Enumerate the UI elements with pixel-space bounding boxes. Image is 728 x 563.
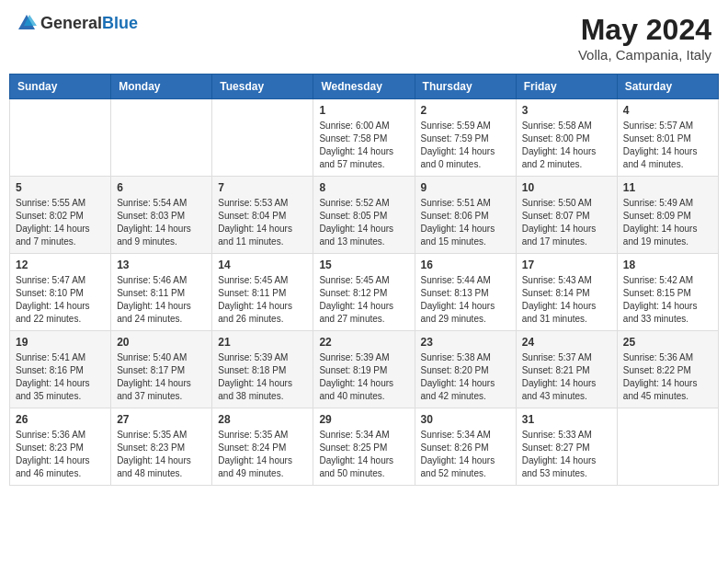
cell-info: Sunrise: 5:38 AMSunset: 8:20 PMDaylight:… bbox=[421, 352, 495, 401]
logo-icon bbox=[17, 13, 37, 33]
calendar-cell bbox=[212, 99, 313, 177]
calendar-week-2: 5Sunrise: 5:55 AMSunset: 8:02 PMDaylight… bbox=[10, 177, 719, 254]
day-number: 11 bbox=[623, 181, 712, 194]
title-area: May 2024 Volla, Campania, Italy bbox=[578, 13, 711, 63]
day-header-wednesday: Wednesday bbox=[313, 75, 415, 99]
cell-info: Sunrise: 5:34 AMSunset: 8:25 PMDaylight:… bbox=[319, 430, 393, 478]
day-number: 14 bbox=[218, 259, 307, 271]
day-number: 13 bbox=[117, 259, 206, 271]
cell-info: Sunrise: 5:39 AMSunset: 8:19 PMDaylight:… bbox=[319, 352, 393, 401]
day-number: 15 bbox=[319, 259, 408, 271]
day-number: 21 bbox=[218, 336, 307, 349]
day-number: 23 bbox=[421, 336, 510, 349]
day-number: 19 bbox=[16, 336, 105, 349]
calendar-cell: 14Sunrise: 5:45 AMSunset: 8:11 PMDayligh… bbox=[212, 254, 313, 331]
calendar-cell bbox=[617, 408, 718, 486]
calendar-cell: 20Sunrise: 5:40 AMSunset: 8:17 PMDayligh… bbox=[111, 331, 212, 408]
calendar-table: SundayMondayTuesdayWednesdayThursdayFrid… bbox=[9, 74, 719, 486]
calendar-cell: 8Sunrise: 5:52 AMSunset: 8:05 PMDaylight… bbox=[313, 177, 415, 254]
cell-info: Sunrise: 5:53 AMSunset: 8:04 PMDaylight:… bbox=[218, 198, 292, 247]
cell-info: Sunrise: 5:43 AMSunset: 8:14 PMDaylight:… bbox=[522, 275, 597, 324]
cell-info: Sunrise: 5:39 AMSunset: 8:18 PMDaylight:… bbox=[218, 352, 292, 401]
day-header-sunday: Sunday bbox=[10, 75, 111, 99]
calendar-cell: 6Sunrise: 5:54 AMSunset: 8:03 PMDaylight… bbox=[111, 177, 212, 254]
logo-general-text: GeneralBlue bbox=[40, 14, 138, 33]
day-number: 2 bbox=[421, 104, 510, 117]
calendar-cell: 19Sunrise: 5:41 AMSunset: 8:16 PMDayligh… bbox=[10, 331, 111, 408]
calendar-cell: 10Sunrise: 5:50 AMSunset: 8:07 PMDayligh… bbox=[516, 177, 617, 254]
day-number: 25 bbox=[623, 336, 712, 349]
logo: GeneralBlue bbox=[17, 13, 138, 33]
header: GeneralBlue May 2024 Volla, Campania, It… bbox=[9, 9, 719, 66]
calendar-cell: 25Sunrise: 5:36 AMSunset: 8:22 PMDayligh… bbox=[617, 331, 718, 408]
cell-info: Sunrise: 5:54 AMSunset: 8:03 PMDaylight:… bbox=[117, 198, 191, 247]
cell-info: Sunrise: 6:00 AMSunset: 7:58 PMDaylight:… bbox=[319, 121, 393, 169]
calendar-week-3: 12Sunrise: 5:47 AMSunset: 8:10 PMDayligh… bbox=[10, 254, 719, 331]
cell-info: Sunrise: 5:36 AMSunset: 8:22 PMDaylight:… bbox=[623, 352, 698, 401]
cell-info: Sunrise: 5:44 AMSunset: 8:13 PMDaylight:… bbox=[421, 275, 495, 324]
cell-info: Sunrise: 5:58 AMSunset: 8:00 PMDaylight:… bbox=[522, 121, 597, 169]
cell-info: Sunrise: 5:40 AMSunset: 8:17 PMDaylight:… bbox=[117, 352, 191, 401]
calendar-cell: 23Sunrise: 5:38 AMSunset: 8:20 PMDayligh… bbox=[415, 331, 516, 408]
cell-info: Sunrise: 5:45 AMSunset: 8:12 PMDaylight:… bbox=[319, 275, 393, 324]
calendar-cell: 4Sunrise: 5:57 AMSunset: 8:01 PMDaylight… bbox=[617, 99, 718, 177]
calendar-cell: 28Sunrise: 5:35 AMSunset: 8:24 PMDayligh… bbox=[212, 408, 313, 486]
month-title: May 2024 bbox=[578, 13, 711, 47]
calendar-cell: 31Sunrise: 5:33 AMSunset: 8:27 PMDayligh… bbox=[516, 408, 617, 486]
calendar-week-1: 1Sunrise: 6:00 AMSunset: 7:58 PMDaylight… bbox=[10, 99, 719, 177]
cell-info: Sunrise: 5:33 AMSunset: 8:27 PMDaylight:… bbox=[522, 430, 597, 478]
cell-info: Sunrise: 5:36 AMSunset: 8:23 PMDaylight:… bbox=[16, 430, 90, 478]
cell-info: Sunrise: 5:45 AMSunset: 8:11 PMDaylight:… bbox=[218, 275, 292, 324]
day-number: 26 bbox=[16, 413, 105, 426]
calendar-cell: 21Sunrise: 5:39 AMSunset: 8:18 PMDayligh… bbox=[212, 331, 313, 408]
calendar-cell: 13Sunrise: 5:46 AMSunset: 8:11 PMDayligh… bbox=[111, 254, 212, 331]
cell-info: Sunrise: 5:46 AMSunset: 8:11 PMDaylight:… bbox=[117, 275, 191, 324]
day-number: 27 bbox=[117, 413, 206, 426]
location-title: Volla, Campania, Italy bbox=[578, 47, 711, 63]
calendar-week-4: 19Sunrise: 5:41 AMSunset: 8:16 PMDayligh… bbox=[10, 331, 719, 408]
day-number: 20 bbox=[117, 336, 206, 349]
day-number: 31 bbox=[522, 413, 611, 426]
cell-info: Sunrise: 5:37 AMSunset: 8:21 PMDaylight:… bbox=[522, 352, 597, 401]
calendar-cell: 18Sunrise: 5:42 AMSunset: 8:15 PMDayligh… bbox=[617, 254, 718, 331]
day-number: 16 bbox=[421, 259, 510, 271]
day-number: 22 bbox=[319, 336, 408, 349]
cell-info: Sunrise: 5:35 AMSunset: 8:23 PMDaylight:… bbox=[117, 430, 191, 478]
cell-info: Sunrise: 5:57 AMSunset: 8:01 PMDaylight:… bbox=[623, 121, 698, 169]
calendar-cell: 12Sunrise: 5:47 AMSunset: 8:10 PMDayligh… bbox=[10, 254, 111, 331]
day-number: 4 bbox=[623, 104, 712, 117]
cell-info: Sunrise: 5:47 AMSunset: 8:10 PMDaylight:… bbox=[16, 275, 90, 324]
cell-info: Sunrise: 5:42 AMSunset: 8:15 PMDaylight:… bbox=[623, 275, 698, 324]
day-header-tuesday: Tuesday bbox=[212, 75, 313, 99]
calendar-cell: 1Sunrise: 6:00 AMSunset: 7:58 PMDaylight… bbox=[313, 99, 415, 177]
day-number: 5 bbox=[16, 181, 105, 194]
day-number: 1 bbox=[319, 104, 408, 117]
calendar-week-5: 26Sunrise: 5:36 AMSunset: 8:23 PMDayligh… bbox=[10, 408, 719, 486]
calendar-cell: 26Sunrise: 5:36 AMSunset: 8:23 PMDayligh… bbox=[10, 408, 111, 486]
day-number: 30 bbox=[421, 413, 510, 426]
calendar-cell: 30Sunrise: 5:34 AMSunset: 8:26 PMDayligh… bbox=[415, 408, 516, 486]
day-number: 6 bbox=[117, 181, 206, 194]
cell-info: Sunrise: 5:50 AMSunset: 8:07 PMDaylight:… bbox=[522, 198, 597, 247]
day-header-thursday: Thursday bbox=[415, 75, 516, 99]
calendar-cell: 3Sunrise: 5:58 AMSunset: 8:00 PMDaylight… bbox=[516, 99, 617, 177]
day-number: 29 bbox=[319, 413, 408, 426]
cell-info: Sunrise: 5:51 AMSunset: 8:06 PMDaylight:… bbox=[421, 198, 495, 247]
day-number: 17 bbox=[522, 259, 611, 271]
calendar-cell: 9Sunrise: 5:51 AMSunset: 8:06 PMDaylight… bbox=[415, 177, 516, 254]
day-header-monday: Monday bbox=[111, 75, 212, 99]
day-number: 3 bbox=[522, 104, 611, 117]
day-number: 24 bbox=[522, 336, 611, 349]
cell-info: Sunrise: 5:59 AMSunset: 7:59 PMDaylight:… bbox=[421, 121, 495, 169]
calendar-cell: 15Sunrise: 5:45 AMSunset: 8:12 PMDayligh… bbox=[313, 254, 415, 331]
calendar-cell: 7Sunrise: 5:53 AMSunset: 8:04 PMDaylight… bbox=[212, 177, 313, 254]
day-number: 18 bbox=[623, 259, 712, 271]
calendar-cell: 17Sunrise: 5:43 AMSunset: 8:14 PMDayligh… bbox=[516, 254, 617, 331]
day-number: 7 bbox=[218, 181, 307, 194]
calendar-cell: 29Sunrise: 5:34 AMSunset: 8:25 PMDayligh… bbox=[313, 408, 415, 486]
calendar-cell: 2Sunrise: 5:59 AMSunset: 7:59 PMDaylight… bbox=[415, 99, 516, 177]
calendar-cell bbox=[111, 99, 212, 177]
calendar-cell: 16Sunrise: 5:44 AMSunset: 8:13 PMDayligh… bbox=[415, 254, 516, 331]
calendar-cell: 5Sunrise: 5:55 AMSunset: 8:02 PMDaylight… bbox=[10, 177, 111, 254]
calendar-body: 1Sunrise: 6:00 AMSunset: 7:58 PMDaylight… bbox=[10, 99, 719, 486]
